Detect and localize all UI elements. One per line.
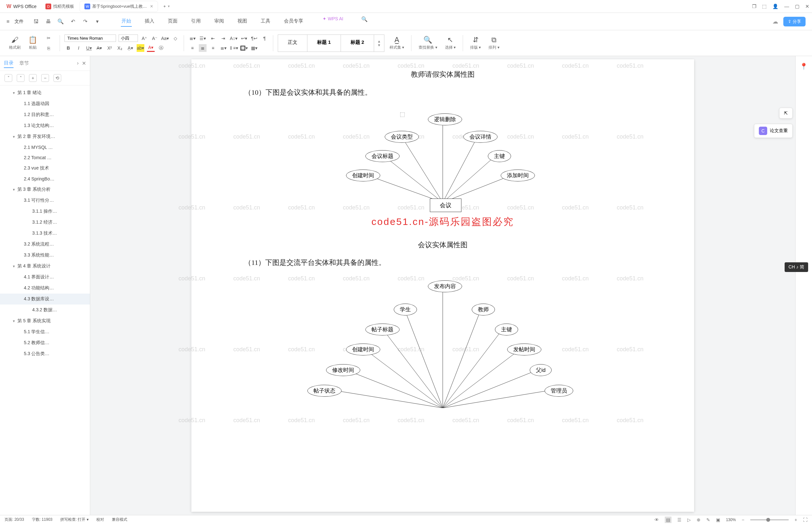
- zoom-level[interactable]: 130%: [726, 518, 736, 522]
- toc-item[interactable]: 第 3 章 系统分析: [0, 184, 90, 195]
- toc-item[interactable]: 2.2 Tomcat …: [0, 152, 90, 163]
- highlight-icon[interactable]: ab▾: [137, 44, 144, 52]
- cut-icon[interactable]: ✂: [45, 34, 52, 42]
- zoom-slider[interactable]: [750, 519, 789, 521]
- toc-item[interactable]: 2.3 vue 技术: [0, 163, 90, 174]
- align-justify-icon[interactable]: ≣▾: [219, 44, 227, 52]
- toc-item[interactable]: 1.2 目的和意…: [0, 109, 90, 120]
- qat-more-icon[interactable]: ▾: [93, 17, 101, 26]
- strike-icon[interactable]: A▾: [95, 44, 103, 52]
- bullets-icon[interactable]: ≣▾: [188, 34, 196, 42]
- ime-indicator[interactable]: CH ♪ 简: [784, 262, 808, 272]
- tab-document[interactable]: W基于Springboot+vue线上教…×: [80, 1, 158, 12]
- tab-start[interactable]: 开始: [121, 16, 132, 27]
- clear-format-icon[interactable]: ◇: [171, 34, 179, 42]
- decrease-indent-icon[interactable]: ⇤: [209, 34, 217, 42]
- toc-item[interactable]: 4.3 数据库设…: [0, 294, 90, 305]
- toc-item[interactable]: 3.3 系统性能…: [0, 250, 90, 261]
- cube-icon[interactable]: ⬚: [762, 3, 766, 9]
- para-wrap-icon[interactable]: ¶↩: [250, 34, 258, 42]
- search-icon[interactable]: 🔍: [361, 16, 368, 27]
- fit-page-icon[interactable]: ⛶: [803, 517, 808, 522]
- read-view-icon[interactable]: ▷: [687, 517, 691, 522]
- document-canvas[interactable]: code51.cncode51.cncode51.cncode51.cncode…: [90, 56, 795, 515]
- borders-icon[interactable]: ▦▾: [250, 44, 258, 52]
- avatar-icon[interactable]: 👤: [772, 3, 778, 9]
- toc-item[interactable]: 第 5 章 系统实现: [0, 315, 90, 326]
- tab-ref[interactable]: 引用: [190, 16, 201, 27]
- page-view-icon[interactable]: ▤: [665, 517, 672, 523]
- tab-vip[interactable]: 会员专享: [283, 16, 304, 27]
- style-h2[interactable]: 标题 2: [341, 35, 375, 52]
- superscript-icon[interactable]: X²: [106, 44, 113, 52]
- toc-item[interactable]: 4.3.2 数据…: [0, 305, 90, 315]
- link-icon[interactable]: ⟲: [53, 74, 61, 82]
- sidebar-close-icon[interactable]: ✕: [82, 60, 86, 66]
- increase-indent-icon[interactable]: ⇥: [219, 34, 227, 42]
- tab-tool[interactable]: 工具: [260, 16, 271, 27]
- change-case-icon[interactable]: Aa▾: [161, 34, 169, 42]
- minimize-icon[interactable]: —: [784, 3, 789, 9]
- toc-item[interactable]: 第 2 章 开发环境…: [0, 131, 90, 142]
- menu-icon[interactable]: ≡: [6, 19, 9, 24]
- select-button[interactable]: ↖选择 ▾: [443, 36, 458, 50]
- toc-item[interactable]: 第 4 章 系统设计: [0, 261, 90, 272]
- toc-item[interactable]: 5.3 公告类…: [0, 348, 90, 359]
- align-center-icon[interactable]: ≣: [199, 44, 206, 52]
- arrange-button[interactable]: ⧉排列 ▾: [486, 36, 502, 50]
- wrap-icon[interactable]: ↩▾: [240, 34, 248, 42]
- toc-item[interactable]: 2.1 MYSQL …: [0, 142, 90, 152]
- sidebar-next-icon[interactable]: ›: [77, 60, 79, 66]
- shading-icon[interactable]: 🔲▾: [240, 44, 248, 52]
- toc-item[interactable]: 第 1 章 绪论: [0, 87, 90, 98]
- status-page[interactable]: 页面: 20/33: [4, 517, 24, 522]
- find-replace-button[interactable]: 🔍查找替换 ▾: [416, 36, 440, 50]
- collapse-icon[interactable]: ˅: [4, 74, 12, 82]
- tab-review[interactable]: 审阅: [214, 16, 225, 27]
- style-h1[interactable]: 标题 1: [308, 35, 341, 52]
- save-icon[interactable]: 🖫: [32, 17, 40, 26]
- font-color-icon[interactable]: A▾: [147, 44, 155, 52]
- share-button[interactable]: ⇪ 分享: [783, 17, 806, 27]
- align-right-icon[interactable]: ≡: [209, 44, 217, 52]
- maximize-icon[interactable]: ▢: [795, 3, 799, 9]
- cloud-icon[interactable]: ☁: [772, 18, 778, 25]
- new-tab-button[interactable]: +▾: [159, 1, 174, 12]
- float-collapse-button[interactable]: ⇱: [779, 108, 793, 119]
- tab-page[interactable]: 页面: [167, 16, 178, 27]
- tab-view[interactable]: 视图: [237, 16, 248, 27]
- toc-item[interactable]: 5.2 教师信…: [0, 338, 90, 348]
- align-left-icon[interactable]: ≡: [188, 44, 196, 52]
- remove-section-icon[interactable]: −: [41, 74, 49, 82]
- web-view-icon[interactable]: ⊕: [697, 517, 700, 522]
- toc-item[interactable]: 3.1.1 操作…: [0, 206, 90, 217]
- preview-icon[interactable]: 🔍: [56, 17, 65, 26]
- toc-item[interactable]: 3.1.3 技术…: [0, 228, 90, 239]
- paste-button[interactable]: 📋粘贴: [26, 36, 40, 50]
- add-section-icon[interactable]: +: [29, 74, 37, 82]
- zoom-in-icon[interactable]: +: [795, 517, 797, 522]
- toc-item[interactable]: 3.2 系统流程…: [0, 239, 90, 250]
- status-compat[interactable]: 兼容模式: [112, 517, 127, 522]
- toc-item[interactable]: 4.2 功能结构…: [0, 283, 90, 294]
- toc-item[interactable]: 3.1 可行性分…: [0, 195, 90, 206]
- style-more[interactable]: ▲▼: [374, 35, 384, 52]
- status-proof[interactable]: 校对: [96, 517, 104, 522]
- numbering-icon[interactable]: ☰▾: [199, 34, 206, 42]
- text-direction-icon[interactable]: A↕▾: [230, 34, 237, 42]
- fullscreen-view-icon[interactable]: ▣: [716, 517, 720, 522]
- decrease-font-icon[interactable]: A⁻: [151, 34, 159, 42]
- zoom-out-icon[interactable]: −: [742, 517, 744, 522]
- sidebar-tab-toc[interactable]: 目录: [4, 59, 14, 68]
- location-pin-icon[interactable]: 📍: [800, 63, 808, 70]
- toc-item[interactable]: 4.1 界面设计…: [0, 272, 90, 283]
- tab-templates[interactable]: D找稻壳模板: [41, 1, 79, 12]
- increase-font-icon[interactable]: A⁺: [140, 34, 148, 42]
- toc-item[interactable]: 3.1.2 经济…: [0, 217, 90, 228]
- toc-item[interactable]: 2.4 SpringBo…: [0, 174, 90, 184]
- style-gallery[interactable]: 正文 标题 1 标题 2 ▲▼: [278, 34, 384, 52]
- tab-insert[interactable]: 插入: [144, 16, 155, 27]
- bold-icon[interactable]: B: [64, 44, 72, 52]
- enclose-icon[interactable]: Ⓐ: [157, 44, 165, 52]
- wps-ai-button[interactable]: ✦ WPS AI: [322, 16, 343, 27]
